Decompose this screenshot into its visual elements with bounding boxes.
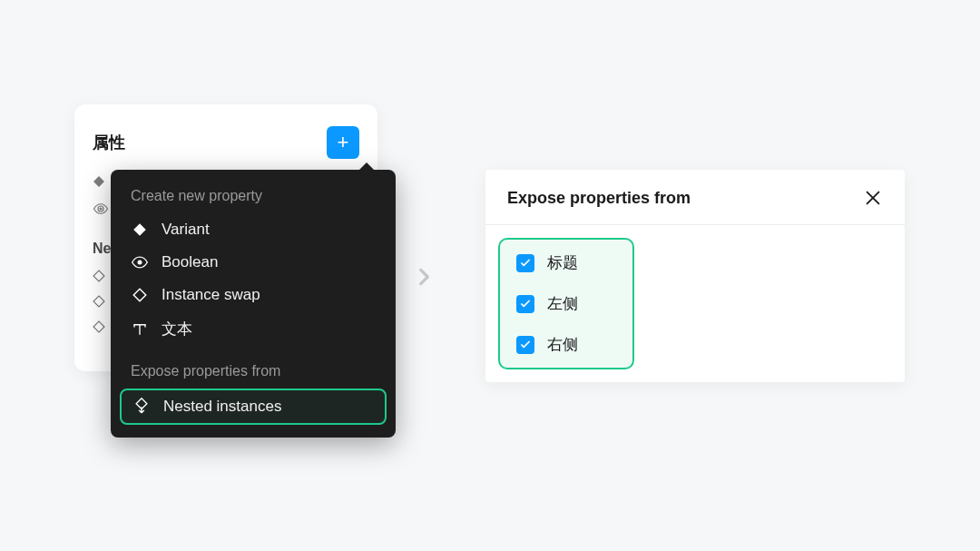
expose-options-highlight: 标题 左侧 右侧 <box>498 238 634 369</box>
svg-rect-3 <box>93 296 104 307</box>
menu-heading-create: Create new property <box>120 184 387 213</box>
menu-heading-expose: Expose properties from <box>120 359 387 389</box>
svg-point-1 <box>100 208 103 211</box>
check-icon <box>519 339 532 351</box>
checkbox-checked[interactable] <box>516 336 534 354</box>
nested-instances-icon <box>132 398 151 416</box>
expose-item-right[interactable]: 右侧 <box>516 334 616 355</box>
menu-item-boolean[interactable]: Boolean <box>120 246 387 279</box>
eye-icon <box>93 201 109 217</box>
menu-item-instance-swap[interactable]: Instance swap <box>120 279 387 311</box>
expose-header: Expose properties from <box>485 170 905 225</box>
svg-rect-5 <box>133 223 146 236</box>
expose-panel: Expose properties from 标题 左侧 右侧 <box>485 170 905 382</box>
menu-item-label: Nested instances <box>163 398 281 416</box>
menu-divider <box>120 347 387 359</box>
menu-caret <box>359 162 374 170</box>
expose-item-label: 右侧 <box>547 334 578 355</box>
arrow-right-icon <box>412 265 436 289</box>
svg-rect-4 <box>93 321 104 332</box>
menu-item-nested-instances[interactable]: Nested instances <box>120 389 387 425</box>
diamond-outline-icon <box>93 320 105 333</box>
expose-item-label: 标题 <box>547 252 578 273</box>
svg-rect-0 <box>93 176 104 187</box>
add-property-button[interactable]: + <box>327 126 359 159</box>
svg-rect-7 <box>133 289 146 301</box>
expose-item-title[interactable]: 标题 <box>516 252 616 273</box>
expose-title: Expose properties from <box>507 189 691 208</box>
expose-item-label: 左侧 <box>547 293 578 314</box>
diamond-outline-icon <box>93 270 105 282</box>
text-icon <box>131 321 149 338</box>
menu-item-label: 文本 <box>162 319 192 339</box>
diamond-outline-icon <box>93 295 105 308</box>
diamond-filled-icon <box>131 222 149 237</box>
create-property-menu: Create new property Variant Boolean Inst… <box>111 170 396 438</box>
expose-item-left[interactable]: 左侧 <box>516 293 616 314</box>
svg-point-6 <box>138 261 142 265</box>
menu-item-label: Instance swap <box>162 286 260 304</box>
checkbox-checked[interactable] <box>516 254 534 272</box>
diamond-icon <box>93 175 105 188</box>
check-icon <box>519 298 532 310</box>
properties-header: 属性 + <box>93 126 359 159</box>
checkbox-checked[interactable] <box>516 295 534 313</box>
close-button[interactable] <box>863 188 883 208</box>
close-icon <box>863 188 883 208</box>
check-icon <box>519 257 532 270</box>
menu-item-label: Boolean <box>162 253 218 271</box>
svg-rect-2 <box>93 271 104 281</box>
eye-icon <box>131 253 149 271</box>
properties-title: 属性 <box>93 132 125 153</box>
plus-icon: + <box>338 133 349 153</box>
diamond-outline-icon <box>131 288 149 302</box>
menu-item-variant[interactable]: Variant <box>120 213 387 246</box>
menu-item-label: Variant <box>162 221 210 239</box>
menu-item-text[interactable]: 文本 <box>120 311 387 347</box>
